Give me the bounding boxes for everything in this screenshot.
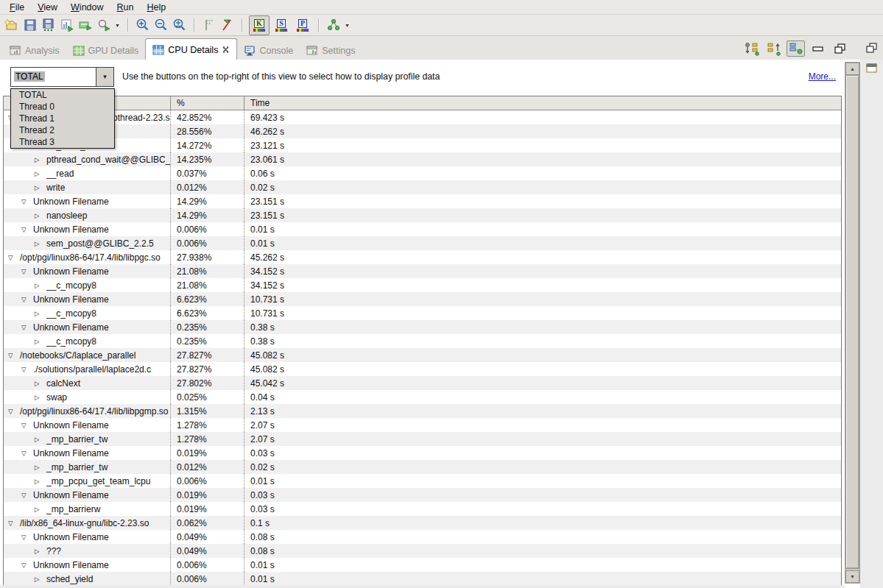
- expander-icon[interactable]: ▽: [21, 366, 29, 373]
- search-dropdown-caret-icon[interactable]: ▼: [115, 23, 120, 28]
- expander-icon[interactable]: ▽: [21, 534, 29, 541]
- table-row[interactable]: ▽ /opt/pgi/linux86-64/17.4/lib/libpgmp.s…: [4, 404, 841, 418]
- column-header-percent[interactable]: %: [171, 96, 245, 110]
- expander-icon[interactable]: ▷: [35, 575, 43, 583]
- expander-icon[interactable]: ▽: [21, 492, 29, 499]
- more-link[interactable]: More...: [809, 71, 836, 82]
- table-row[interactable]: ▷ swap 0.025% 0.04 s: [4, 390, 841, 404]
- table-row[interactable]: ▷ sem_post@@GLIBC_2.2.5 0.006% 0.01 s: [4, 236, 841, 250]
- dropdown-item-thread0[interactable]: Thread 0: [11, 101, 114, 113]
- table-row[interactable]: ▷ pthread_cond_wait@@GLIBC_2.3 14.235% 2…: [4, 152, 841, 166]
- table-row[interactable]: ▷ _mp_barrier_tw 0.012% 0.02 s: [4, 460, 841, 474]
- new-session-icon[interactable]: [4, 17, 20, 33]
- call-tree-icon[interactable]: [326, 17, 342, 33]
- minimize-view-icon[interactable]: [809, 40, 827, 57]
- expander-icon[interactable]: ▷: [35, 394, 43, 401]
- expander-icon[interactable]: ▷: [35, 240, 43, 247]
- table-row[interactable]: ▷ __c_mcopy8 0.235% 0.38 s: [4, 334, 841, 348]
- table-row[interactable]: ▷ nanosleep 14.29% 23.151 s: [4, 208, 841, 222]
- table-row[interactable]: ▽ /notebooks/C/laplace_parallel 27.827% …: [4, 348, 841, 362]
- tab-analysis[interactable]: Analysis: [3, 41, 66, 60]
- expander-icon[interactable]: ▽: [21, 296, 29, 303]
- table-row[interactable]: ▽ Unknown Filename 21.08% 34.152 s: [4, 264, 841, 278]
- expander-icon[interactable]: ▷: [35, 310, 43, 317]
- kernel-mode-button[interactable]: K: [249, 15, 270, 35]
- table-row[interactable]: ▷ ??? 0.049% 0.08 s: [4, 544, 841, 558]
- expander-icon[interactable]: ▽: [21, 422, 29, 429]
- table-row[interactable]: ▽ Unknown Filename 0.006% 0.01 s: [4, 222, 841, 236]
- expander-icon[interactable]: ▷: [35, 464, 43, 471]
- zoom-in-icon[interactable]: [135, 17, 151, 33]
- expander-icon[interactable]: ▷: [35, 380, 43, 387]
- table-row[interactable]: ▽ Unknown Filename 28.556% 46.262 s: [4, 124, 841, 138]
- zoom-fit-icon[interactable]: [172, 17, 188, 33]
- expander-icon[interactable]: ▷: [35, 478, 43, 485]
- scroll-down-icon[interactable]: ▼: [845, 570, 859, 583]
- expander-icon[interactable]: ▽: [21, 198, 29, 205]
- process-mode-button[interactable]: P: [293, 16, 312, 35]
- table-row[interactable]: ▽ Unknown Filename 0.049% 0.08 s: [4, 530, 841, 544]
- expander-icon[interactable]: ▷: [35, 184, 43, 191]
- table-row[interactable]: ▽ Unknown Filename 0.235% 0.38 s: [4, 320, 841, 334]
- menu-help[interactable]: Help: [140, 1, 172, 13]
- table-row[interactable]: ▽ /opt/pgi/linux86-64/17.4/lib/libpgc.so…: [4, 250, 841, 264]
- menu-run[interactable]: Run: [110, 1, 141, 13]
- flag-forward-icon[interactable]: [201, 17, 217, 33]
- dropdown-item-thread2[interactable]: Thread 2: [11, 124, 114, 136]
- table-row[interactable]: ▷ write 0.012% 0.02 s: [4, 180, 841, 194]
- expander-icon[interactable]: ▽: [21, 562, 29, 569]
- expand-tree-icon[interactable]: [764, 40, 783, 57]
- table-row[interactable]: ▷ do_futex_wait 14.272% 23.121 s: [4, 138, 841, 152]
- tab-console[interactable]: Console: [237, 41, 300, 60]
- maximize-view-icon[interactable]: [831, 40, 849, 57]
- profile-application-icon[interactable]: [59, 17, 75, 33]
- restore-view-icon[interactable]: [865, 42, 879, 57]
- table-row[interactable]: ▽ /lib/x86_64-linux-gnu/libpthread-2.23.…: [4, 110, 841, 124]
- expander-icon[interactable]: ▽: [21, 268, 29, 275]
- table-row[interactable]: ▷ sched_yield 0.006% 0.01 s: [4, 572, 841, 586]
- dropdown-item-thread3[interactable]: Thread 3: [11, 136, 114, 148]
- combobox-dropdown-button[interactable]: ▼: [96, 68, 113, 86]
- save-all-icon[interactable]: [41, 17, 57, 33]
- column-header-time[interactable]: Time: [245, 96, 841, 110]
- expander-icon[interactable]: ▷: [35, 282, 43, 289]
- fast-view-window-icon[interactable]: [866, 63, 878, 76]
- expander-icon[interactable]: ▷: [35, 338, 43, 345]
- expander-icon[interactable]: ▷: [35, 212, 43, 219]
- menu-file[interactable]: File: [3, 1, 31, 13]
- search-profile-icon[interactable]: [96, 17, 112, 33]
- table-row[interactable]: ▷ _mp_barrier_tw 1.278% 2.07 s: [4, 432, 841, 446]
- table-row[interactable]: ▽ /lib/x86_64-linux-gnu/libc-2.23.so 0.0…: [4, 516, 841, 530]
- expander-icon[interactable]: ▽: [21, 226, 29, 233]
- menu-window[interactable]: Window: [64, 1, 110, 13]
- expander-icon[interactable]: ▷: [35, 506, 43, 513]
- table-row[interactable]: ▽ Unknown Filename 0.006% 0.01 s: [4, 558, 841, 572]
- table-row[interactable]: ▽ Unknown Filename 6.623% 10.731 s: [4, 292, 841, 306]
- table-row[interactable]: ▷ _mp_barrierw 0.019% 0.03 s: [4, 502, 841, 516]
- timeline-icon[interactable]: [77, 17, 94, 33]
- call-tree-caret-icon[interactable]: ▼: [345, 23, 350, 28]
- flag-marker-icon[interactable]: [219, 17, 236, 33]
- table-row[interactable]: ▷ __c_mcopy8 21.08% 34.152 s: [4, 278, 841, 292]
- expander-icon[interactable]: ▽: [8, 520, 16, 527]
- expander-icon[interactable]: ▷: [35, 156, 43, 163]
- expander-icon[interactable]: ▷: [35, 548, 43, 555]
- expander-icon[interactable]: ▷: [35, 436, 43, 443]
- tab-cpu-details[interactable]: CPU Details: [145, 38, 237, 61]
- table-row[interactable]: ▷ __read 0.037% 0.06 s: [4, 166, 841, 180]
- scroll-up-icon[interactable]: ▲: [845, 63, 859, 75]
- scrollbar-thumb[interactable]: [845, 75, 859, 569]
- collapse-tree-icon[interactable]: [742, 40, 761, 57]
- expander-icon[interactable]: ▽: [8, 254, 16, 261]
- table-row[interactable]: ▷ calcNext 27.802% 45.042 s: [4, 376, 841, 390]
- vertical-scrollbar[interactable]: ▲ ▼: [845, 62, 860, 584]
- tab-settings[interactable]: Settings: [300, 41, 362, 60]
- dropdown-item-thread1[interactable]: Thread 1: [11, 113, 114, 124]
- expander-icon[interactable]: ▽: [21, 324, 29, 331]
- expander-icon[interactable]: ▷: [35, 170, 43, 177]
- stream-mode-button[interactable]: S: [272, 16, 291, 35]
- table-row[interactable]: ▽ Unknown Filename 0.019% 0.03 s: [4, 446, 841, 460]
- expander-icon[interactable]: ▽: [21, 450, 29, 457]
- table-row[interactable]: ▷ _mp_pcpu_get_team_lcpu 0.006% 0.01 s: [4, 474, 841, 488]
- table-row[interactable]: ▽ Unknown Filename 0.019% 0.03 s: [4, 488, 841, 502]
